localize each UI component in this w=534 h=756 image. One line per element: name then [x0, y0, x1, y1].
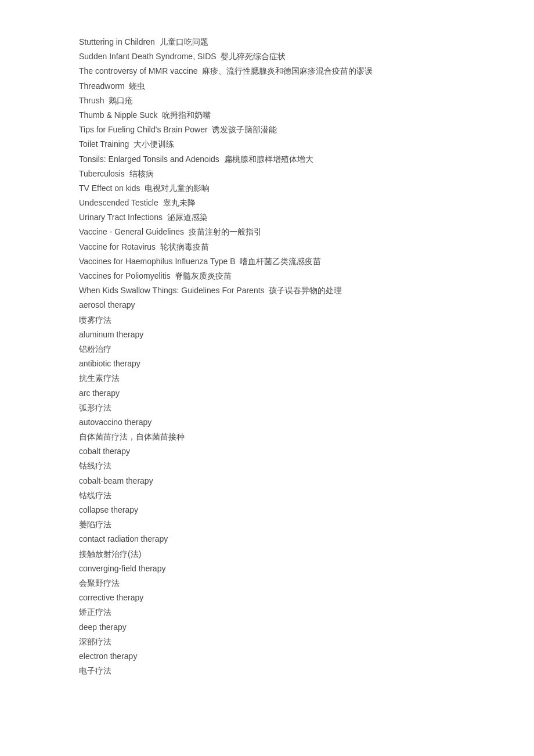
english-text: Stuttering in Children — [79, 37, 155, 46]
term-text: aluminum therapy — [79, 330, 143, 339]
english-text: Vaccine - General Guidelines — [79, 227, 184, 236]
english-text: Threadworm — [79, 81, 125, 91]
list-item: Thumb & Nipple Suck 吮拇指和奶嘴 — [79, 108, 455, 123]
chinese-text: 睾丸未降 — [163, 198, 196, 207]
chinese-text: 儿童口吃问题 — [160, 37, 208, 46]
english-text: Tips for Fueling Child's Brain Power — [79, 125, 208, 134]
list-item: aerosol therapy — [79, 298, 455, 312]
list-item: 会聚野疗法 — [79, 576, 455, 591]
term-text: 喷雾疗法 — [79, 315, 111, 325]
list-item: 喷雾疗法 — [79, 313, 455, 327]
english-text: When Kids Swallow Things: Guidelines For… — [79, 286, 265, 295]
list-item: arc therapy — [79, 386, 455, 401]
list-item: cobalt-beam therapy — [79, 474, 455, 488]
list-item: 电子疗法 — [79, 664, 455, 678]
list-item: When Kids Swallow Things: Guidelines For… — [79, 283, 455, 298]
english-text: The controversy of MMR vaccine — [79, 66, 198, 75]
term-text: contact radiation therapy — [79, 534, 168, 543]
english-text: Tonsils: Enlarged Tonsils and Adenoids — [79, 154, 219, 164]
term-text: 自体菌苗疗法，自体菌苗接种 — [79, 432, 185, 441]
term-text: collapse therapy — [79, 505, 138, 514]
list-item: 萎陷疗法 — [79, 517, 455, 532]
term-text: 萎陷疗法 — [79, 520, 111, 529]
english-text: Vaccine for Rotavirus — [79, 242, 156, 251]
term-text: arc therapy — [79, 388, 120, 398]
list-item: Thrush 鹅口疮 — [79, 93, 455, 108]
chinese-text: 诱发孩子脑部潜能 — [212, 125, 277, 134]
term-text: cobalt-beam therapy — [79, 476, 153, 485]
list-item: 抗生素疗法 — [79, 371, 455, 386]
chinese-text: 吮拇指和奶嘴 — [162, 110, 211, 120]
term-text: 会聚野疗法 — [79, 578, 120, 588]
term-text: 电子疗法 — [79, 666, 111, 675]
list-item: deep therapy — [79, 620, 455, 635]
english-text: Vaccines for Haemophilus Influenza Type … — [79, 257, 236, 266]
english-text: Sudden Infant Death Syndrome, SIDS — [79, 52, 217, 61]
list-item: contact radiation therapy — [79, 532, 455, 546]
chinese-text: 轮状病毒疫苗 — [160, 242, 209, 251]
list-item: cobalt therapy — [79, 444, 455, 459]
list-item: Sudden Infant Death Syndrome, SIDS 婴儿猝死综… — [79, 49, 455, 64]
list-item: 弧形疗法 — [79, 401, 455, 415]
list-item: 钴线疗法 — [79, 459, 455, 473]
list-item: Vaccine - General Guidelines 疫苗注射的一般指引 — [79, 225, 455, 239]
term-text: 接触放射治疗(法) — [79, 549, 141, 559]
term-text: antibiotic therapy — [79, 359, 140, 368]
chinese-text: 麻疹、流行性腮腺炎和德国麻疹混合疫苗的谬误 — [202, 66, 373, 75]
chinese-text: 电视对儿童的影响 — [145, 183, 210, 193]
list-item: Threadworm 蛲虫 — [79, 79, 455, 93]
chinese-text: 孩子误吞异物的处理 — [269, 286, 342, 295]
term-text: 钴线疗法 — [79, 491, 111, 500]
list-item: 钴线疗法 — [79, 488, 455, 503]
list-item: antibiotic therapy — [79, 357, 455, 371]
list-item: 深部疗法 — [79, 635, 455, 649]
list-item: Vaccines for Haemophilus Influenza Type … — [79, 254, 455, 269]
english-text: Urinary Tract Infections — [79, 213, 163, 222]
list-item: Undescended Testicle 睾丸未降 — [79, 196, 455, 210]
list-item: Toilet Training 大小便训练 — [79, 137, 455, 152]
list-item: Vaccine for Rotavirus 轮状病毒疫苗 — [79, 240, 455, 254]
chinese-text: 大小便训练 — [134, 139, 174, 149]
term-text: 弧形疗法 — [79, 403, 111, 412]
list-item: aluminum therapy — [79, 327, 455, 342]
term-text: 钴线疗法 — [79, 461, 111, 470]
list-item: Vaccines for Poliomyelitis 脊髓灰质炎疫苗 — [79, 269, 455, 283]
english-text: Undescended Testicle — [79, 198, 158, 207]
chinese-text: 泌尿道感染 — [167, 213, 208, 222]
chinese-text: 疫苗注射的一般指引 — [189, 227, 262, 236]
term-text: electron therapy — [79, 651, 137, 661]
english-text: Thumb & Nipple Suck — [79, 110, 157, 120]
term-text: 抗生素疗法 — [79, 373, 120, 383]
term-text: autovaccino therapy — [79, 417, 151, 427]
list-item: 矫正疗法 — [79, 605, 455, 620]
english-text: Vaccines for Poliomyelitis — [79, 271, 171, 280]
english-text: Tuberculosis — [79, 169, 125, 178]
list-item: TV Effect on kids 电视对儿童的影响 — [79, 181, 455, 196]
term-text: cobalt therapy — [79, 447, 130, 456]
list-item: collapse therapy — [79, 503, 455, 517]
list-item: 铝粉治疗 — [79, 342, 455, 357]
list-item: 自体菌苗疗法，自体菌苗接种 — [79, 430, 455, 444]
list-item: autovaccino therapy — [79, 415, 455, 430]
chinese-text: 脊髓灰质炎疫苗 — [175, 271, 232, 280]
chinese-text: 扁桃腺和腺样增殖体增大 — [224, 154, 313, 164]
chinese-text: 婴儿猝死综合症状 — [221, 52, 286, 61]
term-text: 矫正疗法 — [79, 607, 111, 617]
english-text: TV Effect on kids — [79, 183, 140, 193]
term-text: 铝粉治疗 — [79, 344, 111, 354]
english-text: Toilet Training — [79, 139, 129, 149]
list-item: Tonsils: Enlarged Tonsils and Adenoids 扁… — [79, 152, 455, 167]
list-item: converging-field therapy — [79, 561, 455, 576]
list-item: corrective therapy — [79, 591, 455, 605]
term-text: deep therapy — [79, 622, 127, 632]
english-text: Thrush — [79, 96, 104, 105]
list-item: Stuttering in Children 儿童口吃问题 — [79, 35, 455, 49]
chinese-text: 嗜血杆菌乙类流感疫苗 — [240, 257, 321, 266]
list-item: The controversy of MMR vaccine 麻疹、流行性腮腺炎… — [79, 64, 455, 78]
term-text: corrective therapy — [79, 593, 143, 602]
list-item: 接触放射治疗(法) — [79, 547, 455, 561]
list-item: electron therapy — [79, 649, 455, 664]
term-text: converging-field therapy — [79, 564, 165, 573]
chinese-text: 结核病 — [129, 169, 154, 178]
list-item: Tips for Fueling Child's Brain Power 诱发孩… — [79, 123, 455, 137]
